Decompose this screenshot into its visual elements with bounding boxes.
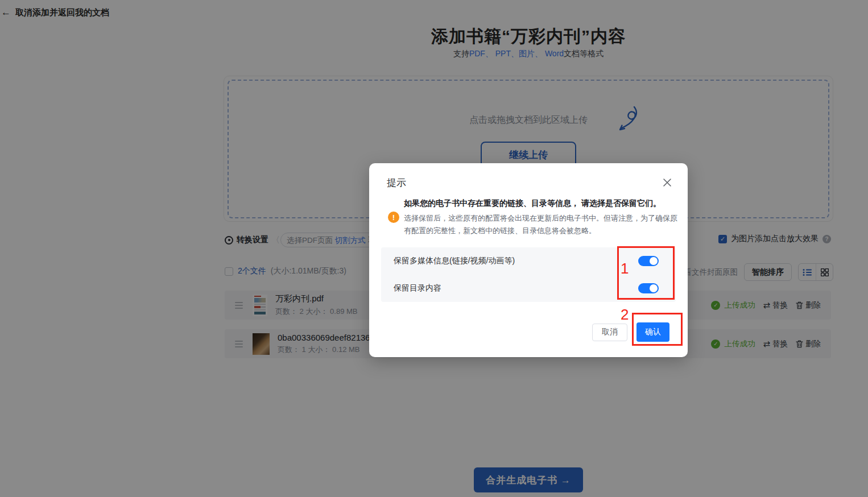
annotation-box-2 bbox=[632, 313, 683, 346]
app-screen: ← 取消添加并返回我的文档 添加书籍“万彩内刊”内容 支持PDF、 PPT、图片… bbox=[0, 0, 868, 497]
annotation-number-2: 2 bbox=[621, 306, 629, 324]
cancel-button[interactable]: 取消 bbox=[592, 324, 627, 341]
toggle-label: 保留多媒体信息(链接/视频/动画等) bbox=[394, 256, 515, 266]
dialog-message-detail: 有配置的完整性，新文档中的链接、目录信息将会被忽略。 bbox=[404, 226, 677, 236]
toggle-label: 保留目录内容 bbox=[394, 283, 441, 293]
dialog-message-detail: 选择保留后，这些原有的配置将会出现在更新后的电子书中。但请注意，为了确保原 bbox=[404, 213, 677, 223]
annotation-number-1: 1 bbox=[621, 260, 629, 278]
close-icon[interactable] bbox=[662, 177, 673, 188]
dialog-message-bold: 如果您的电子书中存在重要的链接、目录等信息， 请选择是否保留它们。 bbox=[404, 198, 677, 209]
dialog-title: 提示 bbox=[387, 176, 406, 189]
warning-icon: ! bbox=[388, 212, 399, 223]
